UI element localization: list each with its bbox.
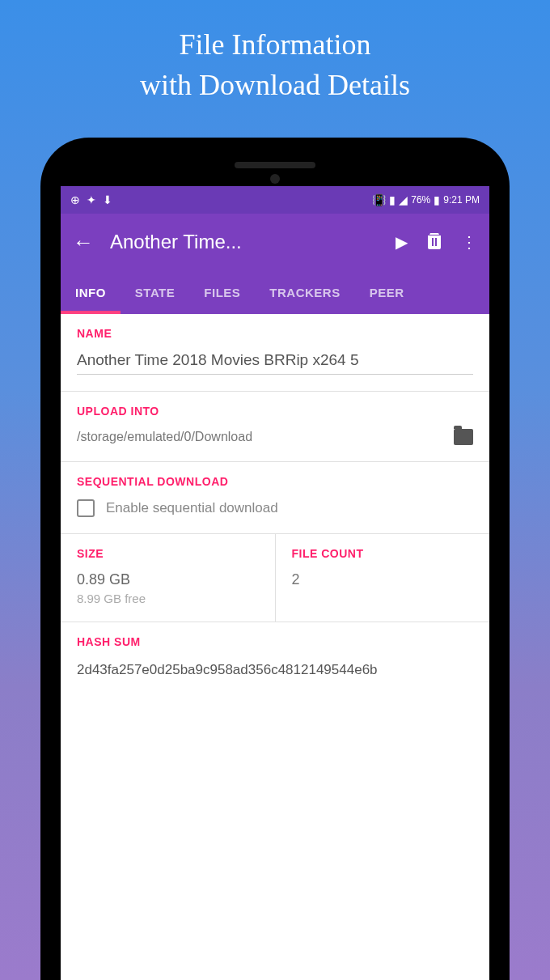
checkbox-row: Enable sequential download xyxy=(77,499,473,517)
upload-section: UPLOAD INTO /storage/emulated/0/Download xyxy=(61,392,489,462)
phone-notch xyxy=(235,162,315,168)
content: NAME Another Time 2018 Movies BRRip x264… xyxy=(61,314,489,697)
promo-line1: File Information xyxy=(0,24,550,65)
filecount-section: FILE COUNT 2 xyxy=(276,534,490,622)
folder-icon[interactable] xyxy=(454,429,473,445)
app-bar: ← Another Time... ▶ ⋮ xyxy=(61,214,489,270)
status-bar: ⊕ ✦ ⬇ 📳 ▮ ◢ 76% ▮ 9:21 PM xyxy=(61,186,489,214)
name-label: NAME xyxy=(77,327,473,340)
hash-label: HASH SUM xyxy=(77,635,473,648)
name-input[interactable]: Another Time 2018 Movies BRRip x264 5 xyxy=(77,351,473,375)
globe-icon: ⊕ xyxy=(70,193,80,206)
app-title: Another Time... xyxy=(110,231,396,253)
hash-section: HASH SUM 2d43fa257e0d25ba9c958ad356c4812… xyxy=(61,622,489,697)
status-left: ⊕ ✦ ⬇ xyxy=(70,193,112,206)
sequential-section: SEQUENTIAL DOWNLOAD Enable sequential do… xyxy=(61,462,489,534)
battery-icon: ▮ xyxy=(434,193,440,206)
back-button[interactable]: ← xyxy=(73,230,94,255)
status-right: 📳 ▮ ◢ 76% ▮ 9:21 PM xyxy=(372,193,480,206)
name-section: NAME Another Time 2018 Movies BRRip x264… xyxy=(61,314,489,392)
upload-label: UPLOAD INTO xyxy=(77,405,473,418)
action-icons: ▶ ⋮ xyxy=(396,231,477,253)
screen: ⊕ ✦ ⬇ 📳 ▮ ◢ 76% ▮ 9:21 PM ← Another Time… xyxy=(61,186,489,980)
sequential-checkbox[interactable] xyxy=(77,499,95,517)
size-value: 0.89 GB xyxy=(77,571,259,588)
size-count-row: SIZE 0.89 GB 8.99 GB free FILE COUNT 2 xyxy=(61,534,489,622)
phone-speaker xyxy=(270,174,280,184)
download-icon: ⬇ xyxy=(103,193,112,206)
sequential-checkbox-label: Enable sequential download xyxy=(106,500,278,516)
more-icon[interactable]: ⋮ xyxy=(461,232,477,252)
wifi-icon: ▮ xyxy=(389,193,396,206)
promo-title: File Information with Download Details xyxy=(0,0,550,106)
battery-percent: 76% xyxy=(411,194,430,206)
tab-files[interactable]: FILES xyxy=(189,270,255,314)
vibrate-icon: 📳 xyxy=(372,193,386,206)
signal-icon: ◢ xyxy=(399,193,408,206)
size-label: SIZE xyxy=(77,547,259,560)
sequential-label: SEQUENTIAL DOWNLOAD xyxy=(77,475,473,488)
tab-trackers[interactable]: TRACKERS xyxy=(255,270,354,314)
size-free: 8.99 GB free xyxy=(77,592,259,605)
plus-icon: ✦ xyxy=(87,193,96,206)
hash-value: 2d43fa257e0d25ba9c958ad356c4812149544e6b xyxy=(77,660,473,681)
upload-row: /storage/emulated/0/Download xyxy=(77,429,473,445)
tabs: INFO STATE FILES TRACKERS PEER xyxy=(61,270,489,314)
upload-path: /storage/emulated/0/Download xyxy=(77,430,252,444)
tab-info[interactable]: INFO xyxy=(61,270,121,314)
filecount-value: 2 xyxy=(292,571,474,588)
delete-icon[interactable] xyxy=(427,231,442,253)
tab-peers[interactable]: PEER xyxy=(355,270,419,314)
play-icon[interactable]: ▶ xyxy=(396,232,408,252)
promo-line2: with Download Details xyxy=(0,65,550,105)
filecount-label: FILE COUNT xyxy=(292,547,474,560)
size-section: SIZE 0.89 GB 8.99 GB free xyxy=(61,534,276,622)
status-time: 9:21 PM xyxy=(443,194,480,206)
tab-state[interactable]: STATE xyxy=(121,270,189,314)
phone-frame: ⊕ ✦ ⬇ 📳 ▮ ◢ 76% ▮ 9:21 PM ← Another Time… xyxy=(40,138,510,980)
